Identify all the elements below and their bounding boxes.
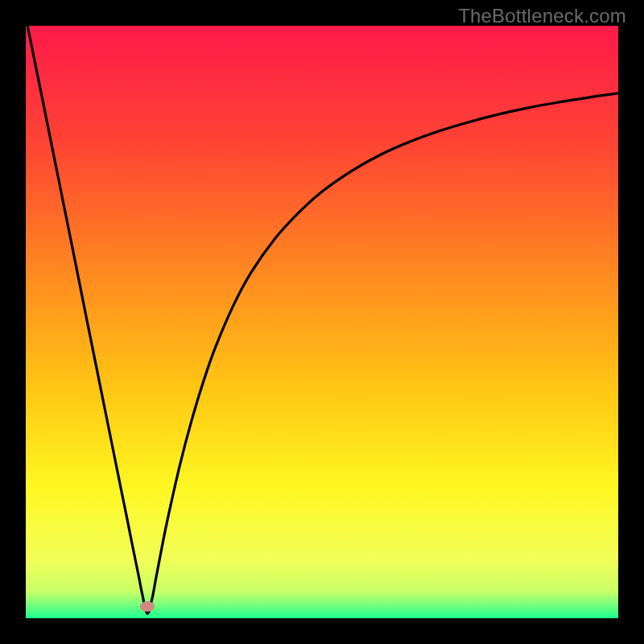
optimum-marker [140, 601, 155, 612]
chart-background [26, 26, 618, 618]
watermark-text: TheBottleneck.com [458, 5, 626, 27]
chart-svg [26, 26, 618, 618]
chart-container [26, 26, 618, 618]
